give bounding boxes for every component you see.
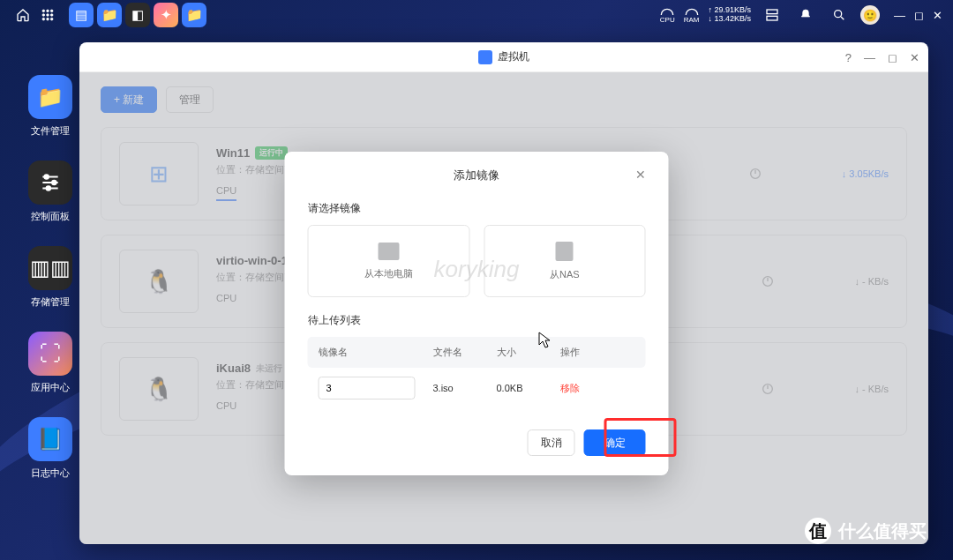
hdd-icon: ▥▥ — [28, 246, 72, 290]
sliders-icon — [28, 161, 72, 205]
dock-label: 日志中心 — [31, 467, 70, 480]
window-titlebar: 虚拟机 ? — ◻ ✕ — [79, 42, 928, 72]
desktop-dock: 📁 文件管理 控制面板 ▥▥ 存储管理 ⛶ 应用中心 📘 日志中心 — [28, 75, 72, 480]
modal-title: 添加镜像 — [454, 168, 499, 182]
col-name: 镜像名 — [319, 346, 433, 359]
svg-point-14 — [47, 186, 50, 190]
help-icon[interactable]: ? — [845, 51, 852, 64]
pc-icon — [378, 243, 399, 260]
window-title: 虚拟机 — [498, 49, 529, 64]
source-nas-option[interactable]: 从NAS — [484, 225, 646, 297]
svg-point-1 — [47, 10, 49, 12]
taskbar-app-2[interactable]: 📁 — [97, 3, 122, 27]
dock-label: 应用中心 — [31, 381, 70, 394]
apps-grid-icon[interactable] — [41, 8, 55, 22]
row-size: 0.0KB — [497, 383, 560, 393]
ram-meter: RAM — [684, 7, 700, 24]
dock-storage[interactable]: ▥▥ 存储管理 — [28, 246, 72, 309]
taskbar-pinned: ▤ 📁 ◧ ✦ 📁 — [69, 3, 206, 27]
image-name-input[interactable] — [319, 377, 416, 399]
net-down: ↓ 13.42KB/s — [708, 15, 751, 24]
cpu-meter: CPU — [660, 7, 675, 24]
source-local-label: 从本地电脑 — [364, 267, 413, 280]
bell-icon[interactable] — [799, 8, 813, 22]
row-file: 3.iso — [433, 383, 497, 393]
nas-icon — [556, 242, 574, 261]
puzzle-icon: ⛶ — [28, 332, 72, 376]
dock-control-panel[interactable]: 控制面板 — [28, 161, 72, 223]
dock-label: 控制面板 — [31, 210, 70, 223]
taskbar-app-5[interactable]: 📁 — [182, 3, 206, 27]
svg-point-2 — [50, 10, 53, 12]
add-image-modal: 添加镜像 ✕ koryking 请选择镜像 从本地电脑 从NAS 待上传列表 镜… — [285, 152, 669, 475]
taskbar-app-4[interactable]: ✦ — [154, 3, 178, 27]
svg-point-0 — [42, 10, 45, 12]
upload-table-header: 镜像名 文件名 大小 操作 — [308, 337, 646, 368]
confirm-button[interactable]: 确定 — [584, 429, 646, 456]
cpu-label: CPU — [660, 16, 675, 24]
dock-label: 文件管理 — [31, 124, 70, 138]
row-remove-link[interactable]: 移除 — [560, 382, 613, 395]
svg-point-13 — [52, 181, 56, 184]
modal-close-icon[interactable]: ✕ — [635, 168, 646, 182]
site-watermark: 值 什么值得买 — [805, 518, 927, 544]
source-local-option[interactable]: 从本地电脑 — [308, 225, 470, 297]
network-speed: ↑ 29.91KB/s ↓ 13.42KB/s — [708, 6, 751, 24]
svg-point-5 — [50, 14, 53, 17]
mouse-cursor-icon — [538, 332, 551, 349]
book-icon: 📘 — [28, 417, 72, 461]
svg-point-12 — [45, 175, 49, 178]
taskbar-app-1[interactable]: ▤ — [69, 3, 94, 27]
dock-file-manager[interactable]: 📁 文件管理 — [28, 75, 72, 138]
source-nas-label: 从NAS — [550, 268, 580, 281]
col-file: 文件名 — [433, 346, 497, 359]
svg-point-11 — [835, 11, 842, 18]
svg-rect-10 — [767, 16, 777, 20]
os-close-icon[interactable]: ✕ — [933, 9, 942, 22]
win-maximize-icon[interactable]: ◻ — [888, 51, 897, 64]
os-minimize-icon[interactable]: — — [894, 9, 905, 22]
brand-text: 什么值得买 — [838, 519, 927, 543]
svg-point-3 — [42, 14, 45, 17]
dock-log-center[interactable]: 📘 日志中心 — [28, 417, 72, 480]
cancel-button[interactable]: 取消 — [528, 429, 575, 456]
search-icon[interactable] — [832, 8, 846, 22]
brand-badge-icon: 值 — [805, 518, 831, 544]
os-maximize-icon[interactable]: ◻ — [914, 9, 924, 22]
section-source-label: 请选择镜像 — [308, 201, 646, 216]
dock-app-center[interactable]: ⛶ 应用中心 — [28, 332, 72, 394]
server-icon[interactable] — [765, 8, 779, 22]
ram-label: RAM — [684, 16, 700, 24]
svg-point-6 — [42, 18, 45, 20]
dock-label: 存储管理 — [31, 295, 70, 309]
col-op: 操作 — [560, 346, 613, 359]
win-close-icon[interactable]: ✕ — [910, 51, 919, 64]
os-window-controls: — ◻ ✕ — [894, 9, 942, 22]
folder-icon: 📁 — [28, 75, 72, 119]
app-icon — [478, 50, 492, 64]
upload-table-row: 3.iso 0.0KB 移除 — [308, 368, 646, 408]
svg-point-8 — [50, 18, 53, 20]
svg-point-4 — [47, 14, 49, 17]
system-topbar: ▤ 📁 ◧ ✦ 📁 CPU RAM ↑ 29.91KB/s ↓ 13.42KB/… — [0, 0, 953, 30]
svg-rect-9 — [767, 10, 777, 14]
svg-point-7 — [47, 18, 49, 20]
user-avatar[interactable]: 🙂 — [860, 5, 880, 25]
home-icon[interactable] — [16, 8, 30, 22]
win-minimize-icon[interactable]: — — [864, 51, 875, 64]
section-queue-label: 待上传列表 — [308, 313, 646, 328]
taskbar-app-3[interactable]: ◧ — [125, 3, 150, 27]
